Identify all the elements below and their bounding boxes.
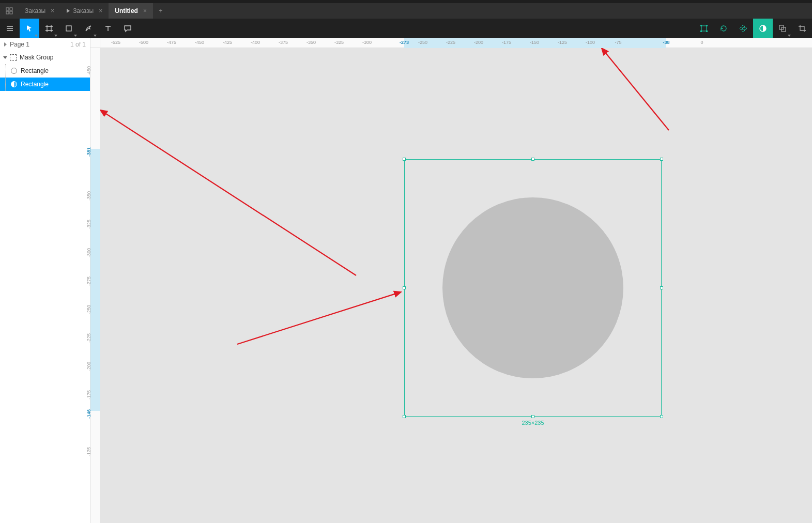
tab-orders-2[interactable]: Заказы × <box>60 3 109 19</box>
grid-icon <box>6 7 13 14</box>
pen-tool[interactable] <box>79 19 98 38</box>
chevron-down-icon <box>74 35 77 37</box>
svg-rect-2 <box>6 11 9 14</box>
boolean-tool[interactable] <box>773 19 792 38</box>
expand-icon[interactable] <box>3 56 7 59</box>
page-count: 1 of 1 <box>70 41 86 48</box>
masked-circle-shape[interactable] <box>442 197 623 378</box>
boolean-icon <box>778 24 787 33</box>
svg-line-15 <box>237 292 401 344</box>
layer-label: Rectangle <box>21 67 49 74</box>
selection-handle[interactable] <box>403 415 406 418</box>
document-tabs: Заказы × Заказы × Untitled × + <box>0 3 812 19</box>
svg-line-16 <box>602 48 669 130</box>
chevron-down-icon <box>94 35 97 37</box>
close-icon[interactable]: × <box>51 7 54 14</box>
close-icon[interactable]: × <box>143 7 147 14</box>
svg-rect-5 <box>701 26 707 31</box>
svg-rect-9 <box>706 30 708 32</box>
layer-mask-group[interactable]: Mask Group <box>0 51 90 64</box>
canvas[interactable]: 235×235 <box>100 48 812 523</box>
chevron-right-icon <box>4 42 7 47</box>
svg-rect-4 <box>66 26 71 31</box>
layer-label: Rectangle <box>21 81 49 88</box>
rectangle-icon <box>65 24 73 33</box>
comment-tool[interactable] <box>118 19 137 38</box>
mask-group-icon <box>9 54 17 61</box>
tab-untitled[interactable]: Untitled × <box>109 3 153 19</box>
new-tab-button[interactable]: + <box>153 3 168 19</box>
selection-handle[interactable] <box>531 158 534 161</box>
rotate-icon <box>719 24 728 33</box>
selection-dimensions: 235×235 <box>522 420 544 426</box>
layer-rectangle-2[interactable]: Rectangle <box>0 78 90 91</box>
text-tool[interactable] <box>98 19 118 38</box>
page-header[interactable]: Page 1 1 of 1 <box>0 38 90 51</box>
diamond-icon <box>739 24 747 33</box>
svg-rect-0 <box>6 8 9 10</box>
home-button[interactable] <box>0 3 19 19</box>
close-icon[interactable]: × <box>99 7 102 14</box>
menu-button[interactable] <box>0 19 20 38</box>
edit-object-tool[interactable] <box>694 19 714 38</box>
svg-rect-6 <box>700 25 702 26</box>
layer-rectangle-1[interactable]: Rectangle <box>0 64 90 78</box>
selection-handle[interactable] <box>660 415 663 418</box>
chevron-down-icon <box>35 35 38 37</box>
selection-handle[interactable] <box>403 286 406 289</box>
svg-rect-8 <box>700 30 702 32</box>
tab-label: Заказы <box>25 7 45 14</box>
selection-handle[interactable] <box>403 158 406 161</box>
pointer-icon <box>25 24 34 33</box>
layer-label: Mask Group <box>20 54 53 61</box>
mask-icon <box>759 24 767 33</box>
main-toolbar <box>0 19 812 38</box>
ruler-corner <box>90 38 100 48</box>
crop-tool[interactable] <box>792 19 812 38</box>
tab-orders-1[interactable]: Заказы × <box>19 3 60 19</box>
comment-icon <box>124 24 132 33</box>
shape-tool[interactable] <box>59 19 79 38</box>
chevron-down-icon <box>788 35 791 37</box>
pen-icon <box>84 24 93 33</box>
svg-rect-1 <box>10 8 12 10</box>
circle-icon <box>10 67 18 74</box>
horizontal-ruler[interactable]: -525-500-475-450-425-400-375-350-325-300… <box>100 38 812 48</box>
mask-tool[interactable] <box>753 19 773 38</box>
selection-handle[interactable] <box>660 158 663 161</box>
svg-rect-3 <box>10 11 12 14</box>
component-tool[interactable] <box>733 19 753 38</box>
symbol-tool[interactable] <box>714 19 733 38</box>
selection-handle[interactable] <box>531 415 534 418</box>
svg-line-14 <box>100 110 356 275</box>
artboard-icon <box>45 24 53 33</box>
select-tool[interactable] <box>20 19 39 38</box>
hamburger-icon <box>6 24 14 33</box>
tab-label: Untitled <box>115 7 138 14</box>
bounding-box-icon <box>700 24 708 33</box>
text-icon <box>104 24 112 33</box>
svg-rect-7 <box>706 25 708 26</box>
chevron-down-icon <box>54 35 57 37</box>
tab-label: Заказы <box>73 7 94 14</box>
layers-panel: Page 1 1 of 1 Mask Group Rectangle Recta… <box>0 38 90 523</box>
mask-shape-icon <box>10 81 18 88</box>
vertical-ruler[interactable]: -450-350-325-300-275-250-225-200-175-125… <box>90 48 100 523</box>
crop-icon <box>798 24 806 33</box>
selection-handle[interactable] <box>660 286 663 289</box>
artboard-tool[interactable] <box>39 19 59 38</box>
page-title: Page 1 <box>10 41 29 48</box>
play-icon <box>67 9 70 13</box>
canvas-area[interactable]: -525-500-475-450-425-400-375-350-325-300… <box>90 38 812 523</box>
